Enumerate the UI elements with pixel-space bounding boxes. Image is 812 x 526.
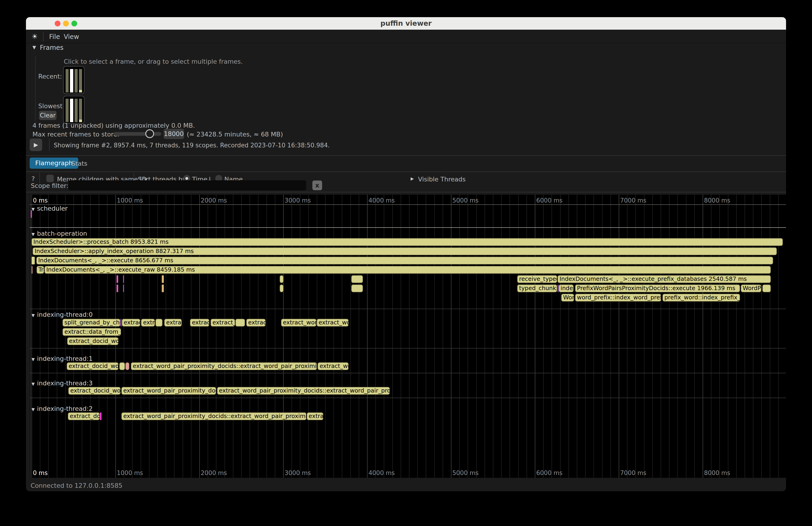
max-frames-slider-knob[interactable] [145, 129, 154, 138]
help-button[interactable]: ? [31, 175, 35, 182]
visible-threads-collapse-icon[interactable]: ▶ [411, 176, 414, 181]
theme-toggle-icon[interactable]: ☀ [31, 32, 38, 41]
frame-bar[interactable] [75, 69, 78, 92]
max-frames-label: Max recent frames to store: [32, 131, 119, 138]
flame-scope-bar[interactable] [31, 210, 32, 218]
flame-scope-bar[interactable] [763, 284, 771, 292]
flame-scope-bar[interactable]: split_grenad_by_chun [62, 319, 120, 326]
flame-scope-bar[interactable]: IndexDocuments<_, _>::execute_raw 8459.1… [44, 266, 771, 274]
frame-bar[interactable] [66, 69, 69, 92]
frames-collapse-icon[interactable]: ▼ [32, 44, 36, 50]
flame-scope-bar[interactable] [31, 266, 32, 274]
recent-frames-thumbnail[interactable] [63, 66, 85, 94]
thread-collapse-icon[interactable]: ▼ [31, 357, 35, 362]
flame-scope-bar[interactable]: extract_ [211, 319, 235, 326]
flame-scope-bar[interactable]: extrac [307, 412, 323, 420]
flame-scope-bar[interactable] [351, 284, 363, 292]
flame-scope-bar[interactable]: extract_wo [317, 319, 349, 326]
flame-scope-bar[interactable] [100, 412, 102, 420]
flame-scope-bar[interactable]: extract::data_from_ob [62, 328, 121, 336]
max-frames-note: (≈ 23428.5 minutes, ≈ 68 MB) [187, 131, 283, 138]
scope-filter-clear-button[interactable]: x [313, 180, 322, 190]
flame-scope-bar[interactable] [557, 284, 559, 292]
frame-bar[interactable] [70, 99, 73, 122]
frames-header[interactable]: Frames [40, 44, 63, 52]
window-title: puffin viewer [26, 17, 786, 30]
flame-scope-bar[interactable]: extract_doc [68, 412, 100, 420]
max-frames-value[interactable]: 18000 [164, 129, 184, 139]
flame-scope-bar[interactable]: receive_typed_ [517, 275, 557, 283]
menu-file[interactable]: File [49, 33, 60, 41]
thread-header-indexing-thread-3[interactable]: ▼indexing-thread:3 [31, 380, 93, 387]
flame-scope-bar[interactable]: extract [246, 319, 265, 326]
scope-filter-input[interactable] [68, 180, 306, 190]
merge-children-checkbox[interactable] [46, 175, 54, 182]
tab-flamegraph[interactable]: Flamegraph [30, 158, 78, 169]
tab-stats[interactable]: Stats [71, 160, 87, 167]
flame-scope-bar[interactable]: word_prefix::index_word_prefix [575, 294, 661, 302]
flame-scope-bar[interactable] [280, 275, 284, 283]
flamegraph-canvas[interactable]: 0 ms0 ms1000 ms1000 ms2000 ms2000 ms3000… [30, 195, 786, 478]
flame-scope-bar[interactable] [31, 257, 35, 264]
clear-button[interactable]: Clear [39, 111, 57, 120]
flame-scope-bar[interactable] [162, 284, 164, 292]
flame-scope-bar[interactable]: WordPr [741, 284, 762, 292]
flame-scope-bar[interactable] [125, 362, 129, 370]
max-frames-slider-track[interactable] [114, 132, 161, 136]
menu-view[interactable]: View [64, 33, 79, 41]
frame-bar[interactable] [79, 99, 82, 122]
thread-header-scheduler[interactable]: ▼scheduler [31, 205, 68, 212]
flame-scope-bar[interactable]: extract_word_pair_proximity_docids::extr… [217, 387, 390, 395]
thread-header-indexing-thread-0[interactable]: ▼indexing-thread:0 [31, 311, 93, 318]
thread-collapse-icon[interactable]: ▼ [31, 407, 35, 412]
thread-collapse-icon[interactable]: ▼ [31, 313, 35, 318]
flame-scope-bar[interactable] [351, 275, 363, 283]
flame-scope-bar[interactable]: typed_chunk::w [517, 284, 557, 292]
flame-scope-bar[interactable]: PrefixWordPairsProximityDocids::execute … [575, 284, 740, 292]
flame-scope-bar[interactable]: index [559, 284, 574, 292]
flame-scope-bar[interactable]: IndexScheduler>::apply_index_operation 8… [33, 247, 777, 255]
flame-scope-bar[interactable] [123, 275, 124, 283]
frame-bar[interactable] [75, 99, 78, 122]
flame-scope-bar[interactable] [117, 284, 118, 292]
flame-scope-bar[interactable] [156, 319, 162, 326]
flame-scope-bar[interactable]: extra [141, 319, 155, 326]
flame-scope-bar[interactable] [119, 362, 125, 370]
flame-scope-bar[interactable]: extract_docid_word [68, 387, 120, 395]
play-button[interactable]: ▶ [30, 138, 42, 151]
flame-scope-bar[interactable] [162, 275, 164, 283]
flame-scope-bar[interactable] [117, 275, 118, 283]
flame-scope-bar[interactable] [235, 319, 245, 326]
flame-scope-bar[interactable]: IndexScheduler>::process_batch 8953.821 … [31, 238, 783, 246]
flame-scope-bar[interactable]: extract_docid_word [67, 362, 118, 370]
frame-bar[interactable] [66, 99, 69, 122]
flame-scope-bar[interactable] [123, 284, 124, 292]
flame-scope-bar[interactable]: Trans [37, 266, 44, 274]
thread-header-indexing-thread-2[interactable]: ▼indexing-thread:2 [31, 405, 93, 412]
thread-collapse-icon[interactable]: ▼ [31, 381, 35, 386]
frame-bar[interactable] [79, 69, 82, 92]
flame-scope-bar[interactable]: extract [122, 319, 140, 326]
flame-scope-bar[interactable]: extract_word_pair_proximity_docids::extr… [131, 362, 317, 370]
flame-scope-bar[interactable]: extract_word_pair_proximity_docids [121, 387, 216, 395]
flame-scope-bar[interactable]: prefix_word::index_prefix_wo [663, 294, 740, 302]
radio-selected-dot [185, 177, 188, 180]
thread-header-indexing-thread-1[interactable]: ▼indexing-thread:1 [31, 355, 93, 362]
frame-bar[interactable] [70, 69, 73, 92]
flame-scope-bar[interactable]: extract_word_pair_proximity_docids::extr… [121, 412, 306, 420]
flame-scope-bar[interactable] [280, 284, 284, 292]
flame-scope-bar[interactable]: Word [561, 294, 574, 302]
flame-scope-bar[interactable]: IndexDocuments<_, _>::execute_prefix_dat… [557, 275, 770, 283]
visible-threads-label[interactable]: Visible Threads [418, 176, 466, 183]
thread-collapse-icon[interactable]: ▼ [31, 232, 35, 237]
flame-scope-bar[interactable]: extract_wo [318, 362, 349, 370]
flame-scope-bar[interactable]: extrac [164, 319, 182, 326]
flame-scope-bar[interactable] [120, 319, 121, 326]
thread-collapse-icon[interactable]: ▼ [31, 207, 35, 211]
thread-header-batch-operation[interactable]: ▼batch-operation [31, 230, 87, 237]
flame-scope-bar[interactable]: extract_docid_word [67, 337, 118, 345]
flame-scope-bar[interactable]: IndexDocuments<_, _>::execute 8656.677 m… [37, 257, 773, 264]
slowest-frames-thumbnail[interactable] [63, 96, 85, 124]
flame-scope-bar[interactable]: extract_ [190, 319, 209, 326]
flame-scope-bar[interactable]: extract_word [281, 319, 316, 326]
